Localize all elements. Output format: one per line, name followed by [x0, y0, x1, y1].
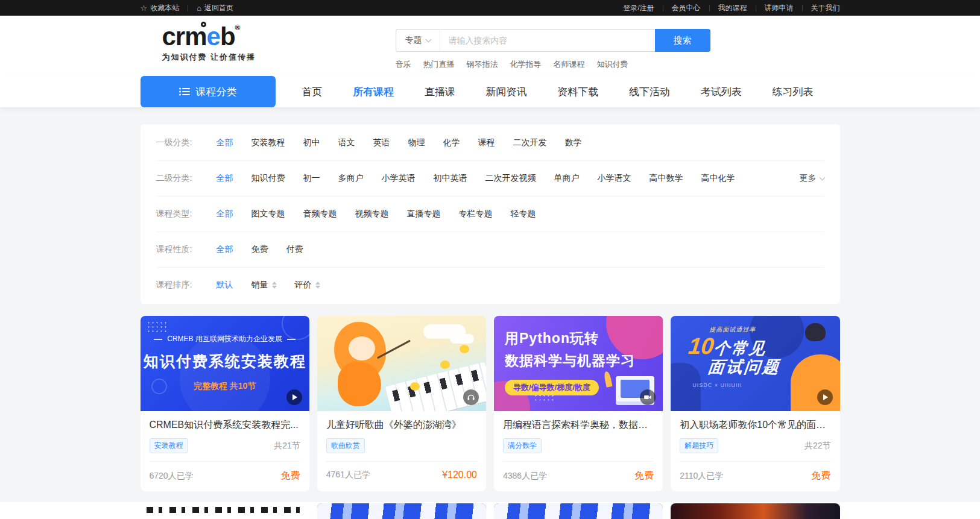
course-title: 儿童好听歌曲《外婆的澎湖湾》 [326, 419, 477, 432]
filter-option[interactable]: 直播专题 [407, 209, 441, 219]
course-card-crmeb-install[interactable]: CRMEB 用互联网技术助力企业发展 知识付费系统安装教程 完整教程 共10节 … [141, 316, 309, 491]
cloud-decoration [450, 334, 474, 344]
filter-option[interactable]: 多商户 [338, 173, 364, 184]
filter-option[interactable]: 物理 [408, 137, 425, 148]
nav-item-news[interactable]: 新闻资讯 [486, 85, 527, 99]
site-logo[interactable]: crmeb® 为知识付费 让价值传播 [162, 23, 268, 63]
filter-option[interactable]: 初中英语 [434, 173, 467, 184]
hot-tag-knowledge[interactable]: 知识付费 [597, 59, 628, 70]
hot-tag-chemistry[interactable]: 化学指导 [510, 59, 542, 70]
filter-option[interactable]: 图文专题 [251, 209, 285, 219]
course-banner: 提高面试通过率 10个常见面试问题 UISDC × UIIIUIII [671, 316, 839, 411]
nav-item-all-courses[interactable]: 所有课程 [353, 85, 394, 99]
sort-default[interactable]: 默认 [217, 280, 233, 291]
course-category-button[interactable]: 课程分类 [141, 76, 276, 107]
hot-tag-live[interactable]: 热门直播 [423, 59, 455, 70]
lecturer-apply-link[interactable]: 讲师申请 [765, 3, 794, 13]
filter-row-sort: 课程排序: 默认 销量 评价 [156, 268, 824, 303]
filter-option[interactable]: 单商户 [554, 173, 580, 184]
filter-label: 课程性质: [156, 244, 203, 255]
hot-tag-piano[interactable]: 钢琴指法 [467, 59, 498, 70]
filter-option[interactable]: 全部 [217, 244, 233, 255]
nav-item-practice[interactable]: 练习列表 [772, 85, 813, 99]
filter-option[interactable]: 全部 [217, 173, 233, 184]
nav-item-offline[interactable]: 线下活动 [629, 85, 670, 99]
banner-badge: 导数/偏导数/梯度/散度 [505, 380, 599, 395]
hot-tag-music[interactable]: 音乐 [396, 59, 411, 70]
filter-option[interactable]: 音频专题 [303, 209, 337, 219]
more-button[interactable]: 更多 [800, 173, 824, 184]
filter-option[interactable]: 全部 [217, 209, 233, 219]
logo-text-b: b [220, 22, 235, 51]
course-banner: 用Python玩转 数据科学与机器学习 导数/偏导数/梯度/散度 [494, 316, 663, 411]
filter-option[interactable]: 语文 [338, 137, 355, 148]
filter-option[interactable]: 安装教程 [251, 137, 285, 148]
video-icon[interactable] [640, 389, 656, 405]
registered-mark: ® [235, 24, 240, 32]
sort-rating[interactable]: 评价 [295, 280, 320, 291]
login-register-link[interactable]: 登录/注册 [623, 3, 654, 13]
search-category-select[interactable]: 专题 [396, 29, 440, 52]
chick-decoration [410, 382, 420, 391]
filter-option[interactable]: 初一 [303, 173, 320, 184]
back-home-link[interactable]: ⌂ 返回首页 [197, 3, 233, 13]
filter-option[interactable]: 初中 [303, 137, 320, 148]
partial-course-card[interactable] [141, 503, 309, 519]
course-tag[interactable]: 解题技巧 [680, 438, 718, 453]
topbar-divider [802, 5, 803, 11]
member-center-link[interactable]: 会员中心 [672, 3, 701, 13]
about-us-link[interactable]: 关于我们 [811, 3, 840, 13]
hot-tag-teacher[interactable]: 名师课程 [554, 59, 585, 70]
play-button-icon[interactable] [817, 389, 833, 405]
filter-option[interactable]: 高中数学 [650, 173, 683, 184]
headphone-icon[interactable] [463, 389, 479, 405]
filter-option[interactable]: 知识付费 [251, 173, 285, 184]
nav-item-exams[interactable]: 考试列表 [701, 85, 742, 99]
play-button-icon[interactable] [286, 389, 302, 405]
filter-row-course-nature: 课程性质: 全部 免费 付费 [156, 232, 824, 268]
banner-subtitle: UISDC × UIIIUIII [692, 382, 839, 388]
course-card-interview-questions[interactable]: 提高面试通过率 10个常见面试问题 UISDC × UIIIUIII 初入职场老… [671, 316, 839, 491]
filter-option[interactable]: 专栏专题 [459, 209, 493, 219]
filter-option[interactable]: 付费 [286, 244, 303, 255]
filter-option[interactable]: 英语 [373, 137, 390, 148]
partial-course-card[interactable] [317, 503, 486, 519]
course-banner: CRMEB 用互联网技术助力企业发展 知识付费系统安装教程 完整教程 共10节 [141, 316, 309, 411]
banner-title: 知识付费系统安装教程 [141, 351, 309, 371]
search-button[interactable]: 搜索 [655, 29, 710, 52]
chevron-down-icon [819, 174, 825, 180]
partial-course-card[interactable] [671, 503, 839, 519]
search-category-value: 专题 [405, 35, 422, 46]
filter-option[interactable]: 视频专题 [355, 209, 389, 219]
course-tag[interactable]: 歌曲欣赏 [326, 438, 365, 453]
learner-count: 4761人已学 [326, 470, 370, 480]
course-tag[interactable]: 满分数学 [503, 438, 542, 453]
filter-option[interactable]: 化学 [443, 137, 460, 148]
back-home-label: 返回首页 [204, 3, 233, 13]
filter-option[interactable]: 轻专题 [511, 209, 536, 219]
topbar: ☆ 收藏本站 ⌂ 返回首页 登录/注册 会员中心 我的课程 讲师申请 关于我们 [0, 0, 980, 16]
main-content: 一级分类: 全部 安装教程 初中 语文 英语 物理 化学 课程 二次开发 数学 … [0, 107, 980, 502]
nav-item-home[interactable]: 首页 [302, 85, 323, 99]
favorite-site-link[interactable]: ☆ 收藏本站 [141, 3, 180, 13]
sort-sales[interactable]: 销量 [251, 280, 277, 291]
filter-option[interactable]: 二次开发 [513, 137, 547, 148]
filter-option[interactable]: 高中化学 [701, 173, 735, 184]
course-card-python-data-science[interactable]: 用Python玩转 数据科学与机器学习 导数/偏导数/梯度/散度 用编程语言探索… [494, 316, 663, 491]
filter-option[interactable]: 数学 [565, 137, 582, 148]
filter-option[interactable]: 小学语文 [598, 173, 631, 184]
chick-decoration [440, 360, 450, 369]
partial-course-card[interactable] [494, 503, 663, 519]
course-tag[interactable]: 安装教程 [150, 438, 188, 453]
filter-option[interactable]: 全部 [217, 137, 233, 148]
filter-option[interactable]: 小学英语 [382, 173, 416, 184]
nav-item-live[interactable]: 直播课 [425, 85, 455, 99]
filter-option[interactable]: 课程 [478, 137, 495, 148]
filter-option[interactable]: 二次开发视频 [485, 173, 536, 184]
my-courses-link[interactable]: 我的课程 [718, 3, 747, 13]
banner-number: 10 [688, 333, 716, 359]
nav-item-downloads[interactable]: 资料下载 [557, 85, 598, 99]
course-card-children-song[interactable]: 儿童好听歌曲《外婆的澎湖湾》 歌曲欣赏 4761人已学 ¥120.00 [317, 316, 486, 491]
filter-option[interactable]: 免费 [251, 244, 268, 255]
search-input[interactable] [440, 29, 655, 52]
